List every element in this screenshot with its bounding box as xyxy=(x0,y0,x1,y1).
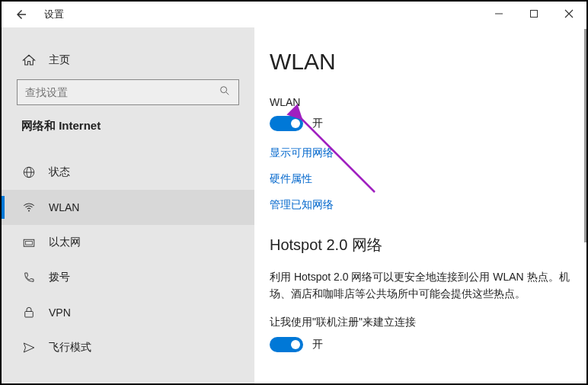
page-heading: WLAN xyxy=(270,49,571,75)
back-button[interactable] xyxy=(6,2,37,27)
ethernet-icon xyxy=(21,236,37,249)
home-row[interactable]: 主页 xyxy=(2,44,254,76)
window-controls xyxy=(481,2,586,26)
nav-list: 状态 WLAN 以太网 xyxy=(2,147,254,365)
wlan-toggle[interactable] xyxy=(270,116,303,131)
svg-line-3 xyxy=(226,92,228,95)
window-body: 主页 网络和 Internet 状态 xyxy=(2,27,586,383)
svg-point-2 xyxy=(221,87,227,93)
titlebar: 设置 xyxy=(2,2,586,27)
toggle-knob xyxy=(291,340,300,349)
maximize-button[interactable] xyxy=(516,2,551,26)
hotspot-toggle-row: 开 xyxy=(270,337,571,352)
nav-item-vpn[interactable]: VPN xyxy=(2,295,254,330)
scrollbar-thumb[interactable] xyxy=(584,29,586,242)
nav-item-wlan[interactable]: WLAN xyxy=(2,190,254,225)
maximize-icon xyxy=(529,9,538,18)
minimize-icon xyxy=(494,9,503,18)
nav-item-airplane[interactable]: 飞行模式 xyxy=(2,330,254,365)
category-title: 网络和 Internet xyxy=(2,119,254,147)
nav-item-label: VPN xyxy=(49,306,71,319)
hotspot-description: 利用 Hotspot 2.0 网络可以更安全地连接到公用 WLAN 热点。机场、… xyxy=(270,269,571,302)
window-title: 设置 xyxy=(44,8,64,21)
link-known-networks[interactable]: 管理已知网络 xyxy=(270,198,571,212)
titlebar-left: 设置 xyxy=(2,2,64,27)
content-pane: WLAN WLAN 开 显示可用网络 硬件属性 管理已知网络 Hotspot 2… xyxy=(254,27,586,383)
home-icon xyxy=(21,53,37,67)
wifi-icon xyxy=(21,201,37,214)
svg-rect-10 xyxy=(25,312,34,318)
online-signup-label: 让我使用"联机注册"来建立连接 xyxy=(270,316,571,329)
home-label: 主页 xyxy=(49,53,70,67)
svg-rect-9 xyxy=(26,242,33,245)
nav-item-label: 以太网 xyxy=(49,236,81,249)
nav-item-dialup[interactable]: 拨号 xyxy=(2,260,254,295)
search-input[interactable] xyxy=(25,86,219,98)
hotspot-toggle[interactable] xyxy=(270,337,303,352)
wlan-label: WLAN xyxy=(270,96,571,108)
search-wrap xyxy=(2,79,254,119)
link-hardware-properties[interactable]: 硬件属性 xyxy=(270,172,571,186)
settings-window: 设置 主页 xyxy=(0,0,588,385)
phone-icon xyxy=(21,271,37,284)
nav-item-ethernet[interactable]: 以太网 xyxy=(2,225,254,260)
minimize-button[interactable] xyxy=(481,2,516,26)
link-show-networks[interactable]: 显示可用网络 xyxy=(270,146,571,160)
globe-icon xyxy=(21,165,37,179)
toggle-knob xyxy=(291,119,300,128)
wlan-toggle-state: 开 xyxy=(312,117,323,130)
close-button[interactable] xyxy=(551,2,586,26)
close-icon xyxy=(564,9,574,18)
nav-item-label: WLAN xyxy=(49,201,79,213)
wlan-toggle-row: 开 xyxy=(270,116,571,131)
sidebar: 主页 网络和 Internet 状态 xyxy=(2,27,254,383)
airplane-icon xyxy=(21,341,37,355)
hotspot-heading: Hotspot 2.0 网络 xyxy=(270,235,571,255)
svg-point-7 xyxy=(28,210,30,212)
svg-rect-0 xyxy=(495,14,503,14)
arrow-left-icon xyxy=(14,8,28,21)
svg-rect-1 xyxy=(531,11,538,18)
nav-item-status[interactable]: 状态 xyxy=(2,155,254,190)
hotspot-toggle-state: 开 xyxy=(312,338,323,351)
vpn-icon xyxy=(21,306,37,319)
nav-item-label: 拨号 xyxy=(49,271,70,284)
nav-item-label: 状态 xyxy=(49,165,70,179)
search-icon xyxy=(219,85,231,100)
nav-item-label: 飞行模式 xyxy=(49,341,91,355)
search-box[interactable] xyxy=(17,79,239,105)
